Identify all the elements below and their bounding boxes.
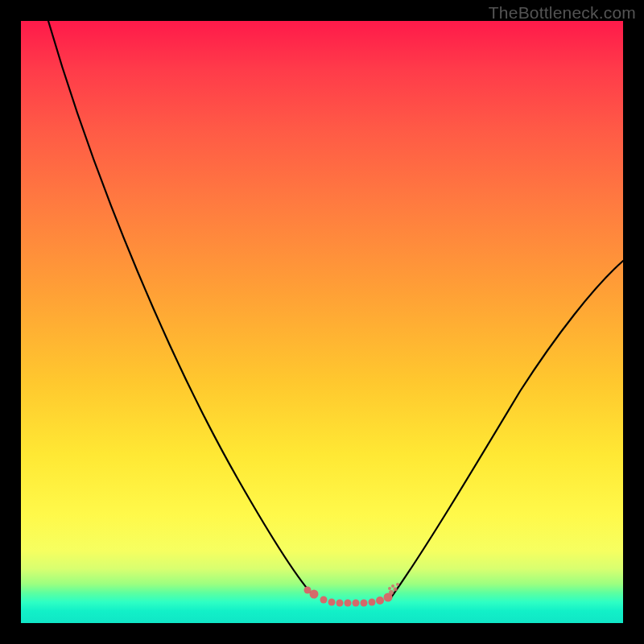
svg-point-8 [376,597,384,605]
trough-beads [310,590,393,607]
svg-point-3 [336,600,344,607]
svg-point-5 [353,600,360,607]
svg-point-13 [396,583,399,586]
chart-plot-area [21,21,623,623]
svg-point-10 [389,590,394,595]
svg-point-4 [345,600,352,607]
svg-point-6 [361,600,368,607]
watermark-text: TheBottleneck.com [489,3,636,23]
svg-point-12 [391,584,394,588]
svg-point-7 [369,599,376,606]
svg-point-2 [328,599,336,606]
curve-right-arm [391,261,623,597]
svg-point-1 [320,597,328,604]
bottleneck-curve-svg [21,21,623,623]
svg-point-14 [388,587,391,590]
curve-left-arm [48,21,315,597]
svg-point-11 [394,588,398,592]
trough-left-dot [304,587,312,594]
